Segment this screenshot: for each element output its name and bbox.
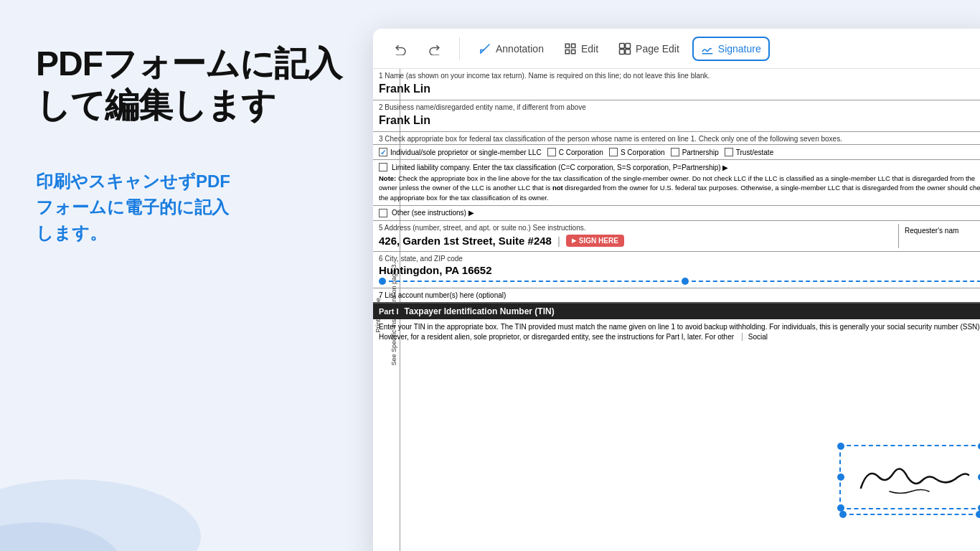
- checkbox-s-corp[interactable]: S Corporation: [609, 148, 665, 156]
- svg-rect-9: [620, 43, 625, 48]
- social-label: Social: [742, 333, 768, 341]
- checkbox-trust-box[interactable]: [725, 148, 733, 156]
- field2-value[interactable]: Frank Lin: [379, 113, 980, 128]
- note-not: not: [552, 184, 563, 192]
- annotation-label: Annotation: [496, 43, 544, 55]
- edit-button[interactable]: Edit: [557, 38, 606, 60]
- form-row-1: 1 Name (as shown on your income tax retu…: [373, 69, 980, 100]
- svg-rect-11: [620, 49, 625, 54]
- llc-label: Limited liability company. Enter the tax…: [392, 164, 728, 171]
- main-title: PDFフォームに記入 して編集します: [36, 43, 344, 126]
- signature-box: [839, 445, 980, 509]
- part-i-label: Part I: [379, 307, 399, 316]
- toolbar-divider-1: [459, 37, 460, 60]
- field6-label: 6 City, state, and ZIP code: [379, 255, 980, 263]
- redo-button[interactable]: [420, 38, 448, 60]
- annotation-button[interactable]: Annotation: [471, 38, 551, 60]
- checkbox-individual-box[interactable]: [379, 148, 387, 156]
- sign-here-badge[interactable]: SIGN HERE: [566, 235, 624, 247]
- svg-line-2: [481, 44, 489, 53]
- field2-label: 2 Business name/disregarded entity name,…: [379, 103, 980, 111]
- checkbox-c-corp[interactable]: C Corporation: [547, 148, 603, 156]
- checkbox-individual-label: Individual/sole proprietor or single-mem…: [390, 149, 542, 156]
- svg-rect-7: [565, 50, 569, 53]
- checkbox-s-corp-label: S Corporation: [621, 149, 665, 156]
- field7-label: 7 List account number(s) here (optional): [379, 291, 506, 299]
- field3-header: 3 Check appropriate box for federal tax …: [373, 132, 980, 145]
- left-panel: PDFフォームに記入 して編集します 印刷やスキャンせずPDF フォームに電子的…: [0, 0, 380, 551]
- handle-bl[interactable]: [837, 504, 844, 512]
- svg-rect-10: [626, 43, 631, 48]
- sub-text-line3: します。: [36, 223, 107, 242]
- checkbox-individual[interactable]: Individual/sole proprietor or single-mem…: [379, 148, 542, 156]
- sign-here-text: SIGN HERE: [579, 237, 618, 245]
- form-row-2: 2 Business name/disregarded entity name,…: [373, 100, 980, 132]
- page-edit-label: Page Edit: [636, 43, 679, 55]
- checkbox-other-box[interactable]: [379, 209, 387, 217]
- decorative-blob: [0, 336, 287, 551]
- toolbar: Annotation Edit Page Edit: [373, 29, 980, 69]
- sub-text-line1: 印刷やスキャンせずPDF: [36, 171, 230, 191]
- edit-label: Edit: [581, 43, 598, 55]
- checkbox-trust[interactable]: Trust/estate: [725, 148, 773, 156]
- signature-label: Signature: [718, 43, 761, 55]
- sub-text-line2: フォームに電子的に記入: [36, 197, 229, 217]
- field5-label: 5 Address (number, street, and apt. or s…: [379, 224, 898, 232]
- part-i-title: Taxpayer Identification Number (TIN): [405, 306, 555, 316]
- svg-rect-8: [571, 50, 575, 53]
- city-row: 6 City, state, and ZIP code Huntingdon, …: [373, 252, 980, 288]
- checkbox-partnership-box[interactable]: [671, 148, 679, 156]
- title-line1: PDFフォームに記入: [36, 44, 341, 83]
- llc-row: Limited liability company. Enter the tax…: [373, 160, 980, 206]
- checkbox-s-corp-box[interactable]: [609, 148, 618, 156]
- checkbox-llc-box[interactable]: [379, 163, 387, 171]
- checkbox-c-corp-label: C Corporation: [559, 149, 603, 156]
- requester-col: Requester's nam: [898, 224, 980, 248]
- part-i-text: Enter your TIN in the appropriate box. T…: [373, 319, 980, 345]
- checkbox-row: Individual/sole proprietor or single-mem…: [373, 145, 980, 160]
- pdf-viewer: Annotation Edit Page Edit: [373, 29, 980, 551]
- undo-button[interactable]: [387, 38, 415, 60]
- signature-svg: [847, 452, 976, 502]
- field1-value[interactable]: Frank Lin: [379, 81, 980, 97]
- field6-value[interactable]: Huntingdon, PA 16652: [379, 264, 980, 276]
- pdf-content: Print or type.See Specific Instructions …: [373, 69, 980, 551]
- page-edit-button[interactable]: Page Edit: [611, 38, 687, 60]
- field1-label: 1 Name (as shown on your income tax retu…: [379, 72, 980, 80]
- title-line2: して編集します: [36, 86, 275, 124]
- checkbox-c-corp-box[interactable]: [547, 148, 556, 156]
- checkbox-partnership-label: Partnership: [682, 149, 719, 156]
- signature-overlay: [839, 445, 980, 517]
- address-main: 5 Address (number, street, and apt. or s…: [379, 224, 898, 248]
- other-row: Other (see instructions) ▶: [373, 206, 980, 221]
- part-i-header: Part I Taxpayer Identification Number (T…: [373, 303, 980, 319]
- signature-button[interactable]: Signature: [692, 37, 770, 61]
- field5-value[interactable]: 426, Garden 1st Street, Suite #248 | SIG…: [379, 233, 898, 248]
- handle-tl[interactable]: [837, 443, 844, 450]
- handle-ml[interactable]: [837, 474, 844, 481]
- checkbox-partnership[interactable]: Partnership: [671, 148, 719, 156]
- other-label: Other (see instructions) ▶: [392, 209, 474, 217]
- note-bold: Note:: [379, 174, 396, 182]
- account-row: 7 List account number(s) here (optional): [373, 288, 980, 303]
- llc-note: Note: Check the appropriate box in the l…: [379, 174, 980, 202]
- address-row: 5 Address (number, street, and apt. or s…: [373, 221, 980, 252]
- svg-rect-5: [565, 44, 569, 47]
- requester-label: Requester's nam: [905, 227, 958, 235]
- svg-rect-6: [571, 44, 575, 47]
- svg-rect-12: [626, 49, 631, 54]
- sub-text: 印刷やスキャンせずPDF フォームに電子的に記入 します。: [36, 169, 344, 246]
- checkbox-trust-label: Trust/estate: [736, 149, 773, 156]
